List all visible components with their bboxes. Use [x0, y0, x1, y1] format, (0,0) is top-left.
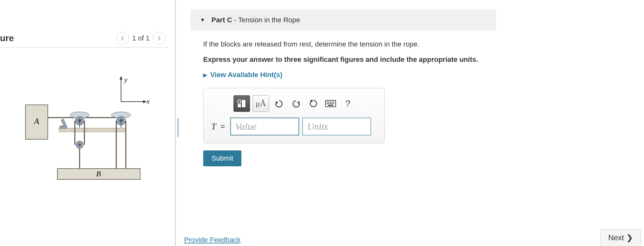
svg-rect-33: [327, 102, 328, 103]
part-label-rest: Tension in the Rope: [238, 16, 300, 24]
redo-icon: [291, 99, 301, 108]
figure-page-count: 1 of 1: [132, 34, 150, 42]
help-button[interactable]: ?: [340, 95, 355, 112]
axis-x-label: x: [146, 97, 150, 105]
templates-button[interactable]: [233, 95, 250, 112]
value-input[interactable]: Value: [230, 118, 299, 135]
svg-rect-26: [238, 100, 241, 103]
figure-next-button[interactable]: [153, 32, 166, 45]
chevron-right-icon: ❯: [626, 233, 633, 242]
caret-right-icon: ▶: [203, 72, 207, 78]
reset-button[interactable]: [306, 95, 321, 112]
svg-point-19: [78, 143, 81, 146]
keyboard-button[interactable]: [323, 95, 338, 112]
reset-icon: [309, 99, 318, 108]
svg-marker-2: [120, 77, 122, 79]
answer-box: μÅ: [203, 88, 385, 143]
figure-title: ure: [0, 33, 14, 43]
svg-rect-35: [330, 102, 331, 103]
block-a-label: A: [33, 117, 39, 126]
templates-icon: [237, 99, 246, 108]
special-chars-icon: μÅ: [256, 99, 266, 108]
answer-equals: =: [221, 122, 225, 131]
keyboard-icon: [325, 100, 336, 107]
svg-rect-38: [327, 103, 328, 104]
view-hints-label: View Available Hint(s): [210, 71, 283, 79]
chevron-left-icon: [120, 35, 125, 41]
svg-rect-8: [61, 119, 67, 126]
provide-feedback-link[interactable]: Provide Feedback: [184, 236, 240, 244]
axis-y-label: y: [124, 76, 127, 83]
answer-toolbar: μÅ: [233, 95, 377, 112]
svg-rect-27: [242, 100, 245, 107]
svg-rect-41: [332, 103, 333, 104]
svg-rect-36: [332, 102, 333, 103]
svg-rect-37: [333, 102, 334, 103]
submit-button[interactable]: Submit: [203, 150, 241, 166]
special-chars-button[interactable]: μÅ: [253, 95, 269, 112]
svg-marker-3: [143, 101, 146, 103]
answer-variable: T: [211, 121, 216, 132]
undo-icon: [274, 99, 284, 108]
figure-prev-button[interactable]: [116, 32, 129, 45]
svg-rect-40: [330, 103, 331, 104]
question-prompt: If the blocks are released from rest, de…: [203, 40, 641, 48]
svg-rect-42: [333, 103, 334, 104]
chevron-right-icon: [157, 35, 161, 41]
part-label-bold: Part C: [211, 16, 232, 24]
view-hints-toggle[interactable]: ▶ View Available Hint(s): [203, 71, 641, 79]
units-input[interactable]: Units: [302, 118, 371, 135]
svg-rect-39: [328, 103, 329, 104]
block-b-label: B: [96, 170, 101, 178]
svg-rect-28: [238, 104, 241, 107]
part-header[interactable]: ▼ Part C - Tension in the Rope: [190, 10, 496, 31]
answer-instruction: Express your answer to three significant…: [203, 55, 641, 64]
help-icon: ?: [345, 98, 350, 109]
pane-divider[interactable]: [175, 0, 181, 246]
svg-rect-34: [328, 102, 329, 103]
figure-diagram: y x A: [19, 67, 153, 188]
next-label: Next: [608, 233, 624, 242]
undo-button[interactable]: [272, 95, 286, 112]
caret-down-icon: ▼: [200, 17, 205, 23]
next-button[interactable]: Next ❯: [600, 229, 641, 246]
redo-button[interactable]: [289, 95, 304, 112]
part-label-sep: -: [232, 16, 238, 24]
svg-rect-43: [328, 105, 333, 106]
svg-point-9: [60, 126, 62, 128]
